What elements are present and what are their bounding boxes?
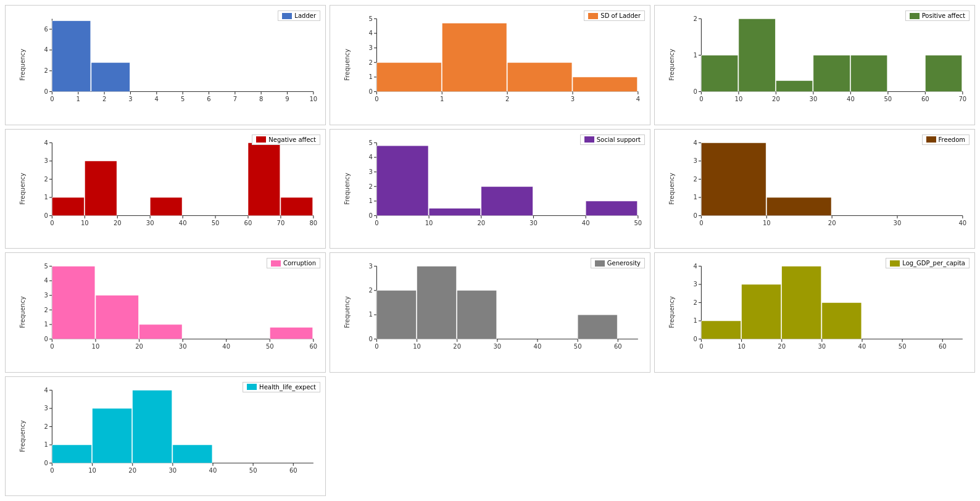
svg-text:4: 4	[368, 30, 372, 36]
svg-text:20: 20	[128, 467, 136, 474]
svg-text:4: 4	[693, 263, 697, 270]
svg-rect-124	[150, 197, 182, 215]
svg-ladder: 0246012345678910	[31, 10, 320, 110]
chart-freedom: FreedomFrequency01234010203040	[654, 129, 975, 249]
svg-text:30: 30	[818, 343, 826, 350]
svg-text:60: 60	[614, 343, 622, 350]
svg-generosity: 01230102030405060	[356, 258, 645, 357]
legend-color-health-life-expect	[247, 384, 257, 390]
svg-text:6: 6	[207, 96, 210, 102]
svg-text:1: 1	[77, 96, 80, 102]
svg-text:50: 50	[249, 467, 257, 474]
svg-rect-298	[93, 408, 132, 463]
svg-text:0: 0	[50, 220, 54, 226]
svg-text:2: 2	[505, 96, 509, 102]
svg-text:10: 10	[425, 220, 433, 226]
svg-text:10: 10	[88, 467, 96, 474]
legend-label-social-support: Social support	[597, 136, 641, 143]
chart-sd-ladder: SD of LadderFrequency01234501234	[330, 5, 650, 125]
y-label-generosity: Frequency	[344, 296, 351, 328]
svg-text:4: 4	[155, 96, 159, 102]
legend-color-ladder	[282, 13, 292, 19]
svg-text:3: 3	[693, 157, 697, 164]
svg-rect-299	[133, 390, 172, 463]
svg-rect-212	[270, 328, 312, 339]
svg-text:2: 2	[693, 175, 697, 182]
svg-text:0: 0	[375, 220, 378, 226]
svg-rect-240	[578, 315, 617, 339]
svg-text:5: 5	[368, 15, 372, 22]
svg-text:2: 2	[693, 299, 697, 306]
svg-rect-90	[850, 55, 887, 91]
svg-text:1: 1	[44, 194, 48, 201]
svg-text:30: 30	[529, 220, 538, 226]
svg-positive-affect: 012010203040506070	[681, 10, 970, 110]
svg-rect-89	[813, 55, 850, 91]
svg-health-life-expect: 012340102030405060	[31, 382, 320, 481]
svg-text:2: 2	[368, 183, 372, 189]
svg-rect-125	[248, 143, 280, 215]
svg-text:0: 0	[693, 88, 697, 95]
svg-text:30: 30	[810, 96, 818, 102]
svg-text:1: 1	[44, 441, 48, 448]
svg-rect-91	[925, 55, 961, 91]
svg-text:0: 0	[44, 336, 48, 342]
svg-text:20: 20	[828, 220, 836, 226]
svg-text:3: 3	[368, 263, 372, 270]
svg-corruption: 0123450102030405060	[31, 258, 320, 357]
svg-text:4: 4	[693, 139, 697, 146]
legend-positive-affect: Positive affect	[905, 10, 970, 21]
svg-text:10: 10	[763, 220, 771, 226]
svg-text:8: 8	[259, 96, 263, 102]
svg-text:30: 30	[146, 220, 154, 226]
svg-text:3: 3	[368, 44, 372, 51]
legend-color-sd-ladder	[588, 13, 598, 19]
svg-text:1: 1	[368, 73, 372, 80]
svg-text:0: 0	[375, 96, 378, 102]
svg-rect-154	[429, 208, 481, 215]
svg-rect-237	[376, 291, 416, 339]
svg-text:60: 60	[289, 467, 297, 474]
svg-rect-123	[85, 160, 117, 215]
y-label-log-gdp: Frequency	[668, 296, 675, 328]
svg-text:10: 10	[735, 96, 743, 102]
svg-rect-33	[91, 62, 130, 91]
svg-rect-268	[742, 284, 781, 339]
svg-text:60: 60	[244, 220, 252, 226]
svg-rect-238	[417, 266, 457, 339]
svg-rect-300	[173, 444, 212, 463]
legend-generosity: Generosity	[591, 258, 645, 268]
svg-text:40: 40	[858, 343, 866, 350]
svg-text:30: 30	[179, 343, 187, 350]
svg-text:3: 3	[571, 96, 575, 102]
svg-rect-179	[701, 143, 766, 215]
legend-label-ladder: Ladder	[294, 12, 316, 19]
svg-text:30: 30	[493, 343, 501, 350]
svg-text:4: 4	[44, 46, 48, 53]
svg-text:3: 3	[44, 292, 48, 299]
legend-health-life-expect: Health_life_expect	[243, 382, 320, 392]
svg-text:50: 50	[634, 220, 642, 226]
y-label-social-support: Frequency	[344, 173, 351, 205]
chart-grid: LadderFrequency0246012345678910SD of Lad…	[0, 0, 980, 501]
svg-text:3: 3	[44, 157, 48, 164]
svg-rect-153	[376, 146, 428, 215]
legend-label-generosity: Generosity	[607, 260, 641, 267]
chart-health-life-expect: Health_life_expectFrequency0123401020304…	[5, 376, 326, 497]
svg-social-support: 01234501020304050	[356, 135, 645, 234]
legend-negative-affect: Negative affect	[252, 135, 320, 145]
svg-text:2: 2	[44, 423, 48, 429]
legend-freedom: Freedom	[922, 135, 970, 145]
svg-text:0: 0	[44, 459, 48, 466]
y-label-positive-affect: Frequency	[668, 49, 675, 81]
chart-positive-affect: Positive affectFrequency0120102030405060…	[654, 5, 975, 125]
svg-text:20: 20	[778, 343, 786, 350]
svg-rect-61	[573, 77, 637, 92]
svg-text:20: 20	[453, 343, 461, 350]
svg-text:0: 0	[368, 336, 372, 342]
svg-rect-88	[776, 81, 812, 92]
legend-social-support: Social support	[580, 135, 645, 145]
svg-text:4: 4	[44, 139, 48, 146]
svg-text:2: 2	[44, 307, 48, 313]
y-label-sd-ladder: Frequency	[344, 49, 351, 81]
